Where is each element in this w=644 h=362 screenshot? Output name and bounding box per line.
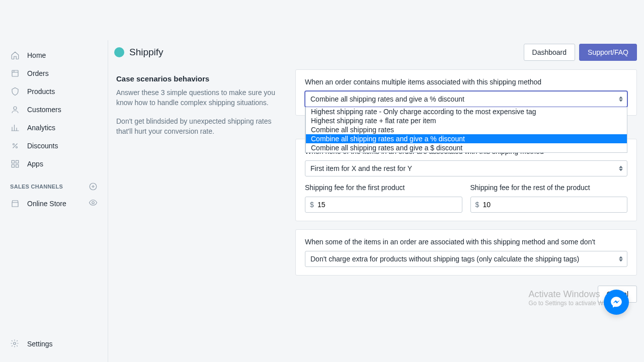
sidebar-item-products[interactable]: Products <box>0 82 108 101</box>
sales-channels-heading: SALES CHANNELS <box>0 173 108 194</box>
field-label: Shipping fee for the rest of the product <box>470 184 628 192</box>
support-button[interactable]: Support/FAQ <box>579 44 637 61</box>
select-multiple-items[interactable]: Combine all shipping rates and give a % … <box>305 91 627 107</box>
nav-label: Home <box>27 51 46 59</box>
currency-prefix: $ <box>310 201 314 209</box>
sidebar-item-discounts[interactable]: Discounts <box>0 137 108 155</box>
messenger-chat-button[interactable] <box>604 290 629 315</box>
nav-label: Orders <box>27 69 49 77</box>
svg-rect-4 <box>12 160 14 163</box>
svg-point-9 <box>92 202 95 204</box>
select-arrows-icon <box>619 97 623 102</box>
sidebar-item-customers[interactable]: Customers <box>0 101 108 119</box>
customers-icon <box>10 105 20 115</box>
sidebar-item-settings[interactable]: Settings <box>0 331 108 356</box>
messenger-icon <box>610 296 623 309</box>
products-icon <box>10 86 20 97</box>
store-icon <box>10 199 20 209</box>
field-label: When an order contains multiple items as… <box>305 78 627 86</box>
sidebar-item-online-store[interactable]: Online Store <box>0 194 108 213</box>
svg-point-1 <box>14 107 17 110</box>
app-brand: Shippify <box>114 47 164 58</box>
svg-rect-0 <box>12 70 18 76</box>
sidebar-item-home[interactable]: Home <box>0 46 108 64</box>
section-description: Case scenarios behaviors Answer these 3 … <box>114 69 285 303</box>
field-label: When some of the items in an order are a… <box>305 238 627 246</box>
sidebar-item-apps[interactable]: Apps <box>0 155 108 173</box>
svg-point-10 <box>14 342 16 345</box>
nav-label: Products <box>27 87 55 96</box>
sidebar: Home Orders Products Customers Analytics… <box>0 40 108 362</box>
main: Shippify Dashboard Support/FAQ Case scen… <box>108 40 644 362</box>
nav-label: Online Store <box>27 200 66 208</box>
dropdown-option[interactable]: Combine all shipping rates and give a % … <box>306 134 627 143</box>
topbar: Shippify Dashboard Support/FAQ <box>108 40 644 64</box>
card-multiple-items: When an order contains multiple items as… <box>295 69 637 116</box>
dropdown-option[interactable]: Highest shipping rate - Only charge acco… <box>306 107 627 116</box>
fee-first-input[interactable] <box>305 197 462 213</box>
nav-label: Analytics <box>27 124 55 132</box>
sidebar-item-analytics[interactable]: Analytics <box>0 119 108 137</box>
home-icon <box>10 50 20 60</box>
apps-icon <box>10 159 20 169</box>
nav-label: Settings <box>27 340 53 348</box>
select-arrows-icon <box>619 256 623 262</box>
brand-icon <box>114 47 124 57</box>
svg-point-2 <box>13 144 15 145</box>
svg-rect-5 <box>16 160 19 163</box>
select-no-items[interactable]: First item for X and the rest for Y <box>305 160 627 176</box>
section-paragraph: Don't get blindsided by unexpected shipp… <box>116 117 285 136</box>
select-value: Don't charge extra for products without … <box>310 255 579 263</box>
fee-rest-input[interactable] <box>470 197 628 213</box>
sidebar-item-orders[interactable]: Orders <box>0 64 108 82</box>
nav-label: Apps <box>27 160 43 168</box>
section-label: SALES CHANNELS <box>10 184 63 190</box>
app-title: Shippify <box>129 47 164 58</box>
dropdown-option[interactable]: Highest shipping rate + flat rate per it… <box>306 116 627 125</box>
section-heading: Case scenarios behaviors <box>116 74 285 83</box>
svg-rect-7 <box>16 165 19 167</box>
dropdown-option[interactable]: Combine all shipping rates and give a $ … <box>306 143 627 152</box>
dashboard-button[interactable]: Dashboard <box>524 44 576 61</box>
select-some-items[interactable]: Don't charge extra for products without … <box>305 251 627 267</box>
add-channel-button[interactable] <box>89 182 98 191</box>
section-paragraph: Answer these 3 simple questions to make … <box>116 88 285 108</box>
card-some-items: When some of the items in an order are a… <box>295 229 637 276</box>
select-arrows-icon <box>619 166 623 171</box>
svg-point-3 <box>16 147 18 148</box>
gear-icon <box>10 339 20 349</box>
select-value: First item for X and the rest for Y <box>310 164 412 172</box>
orders-icon <box>10 68 20 78</box>
analytics-icon <box>10 123 20 133</box>
select-value: Combine all shipping rates and give a % … <box>310 95 464 103</box>
discounts-icon <box>10 141 20 151</box>
nav-label: Customers <box>27 106 61 114</box>
currency-prefix: $ <box>475 201 479 209</box>
view-store-icon[interactable] <box>89 198 98 209</box>
svg-rect-6 <box>12 165 14 167</box>
field-label: Shipping fee for the first product <box>305 184 462 192</box>
dropdown-multiple-items: Highest shipping rate - Only charge acco… <box>305 107 627 153</box>
nav-label: Discounts <box>27 142 58 150</box>
dropdown-option[interactable]: Combine all shipping rates <box>306 125 627 134</box>
